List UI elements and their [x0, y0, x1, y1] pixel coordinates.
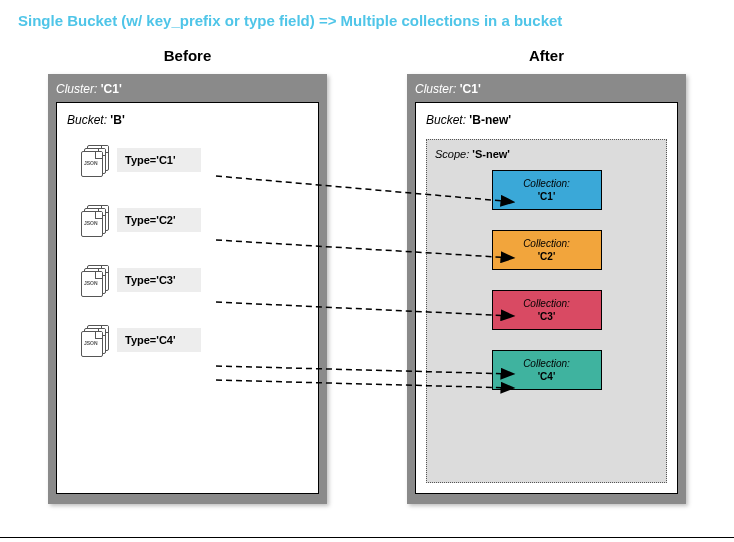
collection-value: 'C1' — [538, 191, 556, 202]
collection-value: 'C2' — [538, 251, 556, 262]
collection-c2: Collection: 'C2' — [492, 230, 602, 270]
cluster-value: 'C1' — [101, 82, 122, 96]
json-docs-icon: JSON — [81, 325, 111, 355]
bucket-prefix: Bucket: — [426, 113, 469, 127]
collection-c4: Collection: 'C4' — [492, 350, 602, 390]
collection-value: 'C4' — [538, 371, 556, 382]
scope-prefix: Scope: — [435, 148, 472, 160]
json-docs-icon: JSON — [81, 145, 111, 175]
collection-c1: Collection: 'C1' — [492, 170, 602, 210]
type-pill: Type='C4' — [117, 328, 201, 352]
bucket-value: 'B-new' — [469, 113, 511, 127]
doc-row: JSON Type='C2' — [81, 205, 308, 235]
scope-label: Scope: 'S-new' — [435, 148, 658, 160]
after-cluster-label: Cluster: 'C1' — [415, 82, 678, 96]
bucket-value: 'B' — [110, 113, 124, 127]
type-pill: Type='C2' — [117, 208, 201, 232]
after-bucket: Bucket: 'B-new' Scope: 'S-new' Collectio… — [415, 102, 678, 494]
collection-c3: Collection: 'C3' — [492, 290, 602, 330]
after-cluster: Cluster: 'C1' Bucket: 'B-new' Scope: 'S-… — [407, 74, 686, 504]
json-docs-icon: JSON — [81, 205, 111, 235]
collection-prefix: Collection: — [523, 358, 570, 369]
type-pill: Type='C1' — [117, 148, 201, 172]
scope: Scope: 'S-new' Collection: 'C1' Collecti… — [426, 139, 667, 483]
scope-value: 'S-new' — [472, 148, 510, 160]
cluster-prefix: Cluster: — [56, 82, 101, 96]
bucket-prefix: Bucket: — [67, 113, 110, 127]
collection-prefix: Collection: — [523, 298, 570, 309]
footer-divider — [0, 537, 734, 538]
collection-list: Collection: 'C1' Collection: 'C2' Collec… — [435, 170, 658, 390]
before-bucket: Bucket: 'B' JSON Type='C1' JSON Type='C2… — [56, 102, 319, 494]
before-title: Before — [48, 47, 327, 64]
before-cluster: Cluster: 'C1' Bucket: 'B' JSON Type='C1'… — [48, 74, 327, 504]
after-title: After — [407, 47, 686, 64]
cluster-value: 'C1' — [460, 82, 481, 96]
after-column: After Cluster: 'C1' Bucket: 'B-new' Scop… — [407, 47, 686, 504]
doc-row: JSON Type='C3' — [81, 265, 308, 295]
collection-prefix: Collection: — [523, 178, 570, 189]
doc-row: JSON Type='C1' — [81, 145, 308, 175]
before-column: Before Cluster: 'C1' Bucket: 'B' JSON Ty… — [48, 47, 327, 504]
doc-list: JSON Type='C1' JSON Type='C2' JSON Type=… — [67, 145, 308, 355]
before-cluster-label: Cluster: 'C1' — [56, 82, 319, 96]
type-pill: Type='C3' — [117, 268, 201, 292]
after-bucket-label: Bucket: 'B-new' — [426, 113, 667, 127]
collection-prefix: Collection: — [523, 238, 570, 249]
collection-value: 'C3' — [538, 311, 556, 322]
diagram-columns: Before Cluster: 'C1' Bucket: 'B' JSON Ty… — [18, 47, 716, 504]
cluster-prefix: Cluster: — [415, 82, 460, 96]
doc-row: JSON Type='C4' — [81, 325, 308, 355]
headline: Single Bucket (w/ key_prefix or type fie… — [18, 12, 716, 29]
json-docs-icon: JSON — [81, 265, 111, 295]
before-bucket-label: Bucket: 'B' — [67, 113, 308, 127]
